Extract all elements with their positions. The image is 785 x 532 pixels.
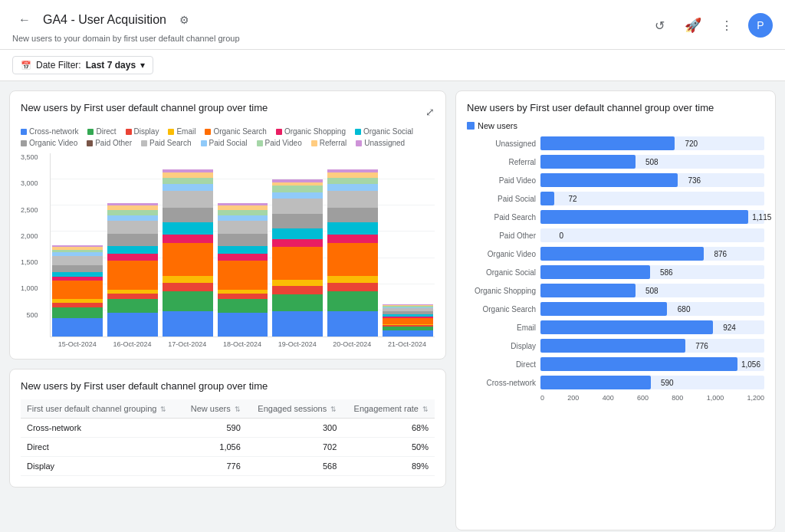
bar-group[interactable]: [163, 169, 213, 337]
bar-segment: [327, 208, 378, 223]
bar-segment: [107, 221, 158, 234]
h-bar-fill: 1,115: [540, 210, 748, 224]
date-filter-button[interactable]: 📅 Date Filter: Last 7 days ▾: [12, 56, 153, 74]
refresh-button[interactable]: ↺: [647, 13, 672, 38]
bar-segment: [272, 214, 323, 228]
legend-color: [21, 140, 27, 146]
bar-segment: [218, 254, 268, 261]
bar-group[interactable]: [107, 203, 158, 337]
legend-item: Organic Search: [205, 127, 266, 136]
bar-segment: [327, 291, 378, 311]
h-bar-legend: New users: [467, 121, 764, 130]
legend-color: [205, 129, 211, 135]
h-bar-label: Cross-network: [467, 379, 536, 387]
sort-icon: ⇅: [330, 406, 337, 413]
table-cell-channel: Cross-network: [21, 419, 181, 438]
avatar[interactable]: P: [748, 13, 773, 38]
bar-segment: [272, 286, 323, 294]
legend-label: Display: [134, 127, 159, 136]
legend-item: Paid Video: [257, 139, 302, 147]
bar-segment: [52, 281, 103, 299]
bar-segment: [327, 283, 378, 291]
bar-segment: [383, 330, 433, 337]
bar-segment: [218, 221, 268, 234]
h-bar-label: Direct: [467, 360, 536, 369]
col-new-users[interactable]: New users ⇅: [181, 399, 246, 419]
col-engagement-rate[interactable]: Engagement rate ⇅: [343, 399, 435, 419]
legend-color: [87, 129, 94, 135]
bar-segment: [163, 191, 213, 208]
h-bar-track: 924: [540, 320, 764, 334]
h-bar-fill: 720: [540, 136, 675, 150]
legend-item: Direct: [87, 127, 116, 136]
h-bar-value: 776: [695, 342, 708, 350]
bar-group[interactable]: [218, 203, 268, 337]
new-users-legend-square: [467, 122, 475, 130]
legend-color: [355, 129, 361, 135]
legend-color: [87, 140, 93, 146]
sort-icon: ⇅: [422, 406, 429, 413]
rocket-button[interactable]: 🚀: [681, 13, 705, 38]
bar-segment: [163, 208, 213, 223]
more-button[interactable]: ⋮: [714, 13, 739, 38]
legend-item: Organic Video: [21, 139, 77, 147]
h-bar-track: 736: [540, 173, 764, 187]
h-x-axis-label: 800: [672, 394, 683, 402]
y-axis: 3,5003,0002,5002,0001,5001,000500: [21, 153, 41, 337]
bar-segment: [383, 318, 433, 324]
h-bar-fill: 508: [540, 155, 636, 169]
col-channel[interactable]: First user default channel grouping ⇅: [21, 399, 181, 419]
settings-icon[interactable]: ⚙: [172, 8, 197, 32]
legend-label: Organic Shopping: [284, 127, 346, 136]
x-axis-label: 15-Oct-2024: [58, 340, 97, 348]
h-bar-label: Organic Search: [467, 305, 536, 314]
h-bar-label: Paid Search: [467, 213, 536, 222]
expand-icon[interactable]: ⤢: [425, 106, 435, 118]
bar-segment: [163, 291, 213, 311]
date-filter-value: Last 7 days: [86, 60, 136, 71]
bar-group[interactable]: [383, 304, 433, 337]
h-bar-track: 590: [540, 376, 764, 389]
h-bar-fill: 776: [540, 339, 685, 353]
legend-label: Organic Social: [363, 127, 413, 136]
back-button[interactable]: ←: [12, 8, 37, 32]
h-bar-row: Paid Other0: [467, 228, 764, 242]
table-body: Cross-network59030068%Direct1,05670250%D…: [21, 419, 435, 476]
h-bar-fill: 736: [540, 173, 678, 187]
legend-label: Email: [176, 127, 195, 136]
legend-label: Organic Search: [213, 127, 266, 136]
bar-group[interactable]: [327, 169, 378, 337]
bar-segment: [327, 222, 378, 234]
h-bar-value: 72: [568, 195, 576, 203]
bar-segment: [272, 186, 323, 192]
h-bar-fill: 924: [540, 320, 713, 334]
y-axis-label: 3,500: [21, 153, 38, 161]
h-bar-row: Referral508: [467, 155, 764, 169]
h-bar-label: Paid Social: [467, 195, 536, 203]
bar-segment: [327, 243, 378, 277]
y-axis-label: 3,000: [21, 179, 38, 187]
bar-segment: [327, 184, 378, 191]
h-bar-chart-area: Unassigned720Referral508Paid Video736Pai…: [467, 136, 764, 389]
bar-group[interactable]: [52, 245, 103, 337]
bar-segment: [163, 235, 213, 243]
bar-segment: [107, 210, 158, 215]
h-x-axis-label: 200: [567, 394, 579, 402]
h-bar-row: Email924: [467, 320, 764, 334]
legend-label: Unassigned: [364, 139, 405, 147]
table-row[interactable]: Display77656889%: [21, 457, 435, 476]
table-row[interactable]: Cross-network59030068%: [21, 419, 435, 438]
data-table: First user default channel grouping ⇅ Ne…: [21, 399, 435, 476]
h-bar-value: 876: [714, 250, 727, 258]
bar-segment: [163, 184, 213, 191]
table-row[interactable]: Direct1,05670250%: [21, 438, 435, 457]
h-bar-label: Unassigned: [467, 140, 536, 148]
bar-segment: [163, 178, 213, 185]
col-engaged-sessions[interactable]: Engaged sessions ⇅: [247, 399, 343, 419]
horizontal-bar-panel: New users by First user default channel …: [455, 90, 776, 530]
bar-group[interactable]: [272, 179, 323, 337]
x-axis-label: 21-Oct-2024: [388, 340, 426, 348]
h-bar-row: Direct1,056: [467, 357, 764, 371]
h-bar-track: 876: [540, 247, 764, 261]
table-cell-engagement_rate: 50%: [343, 438, 435, 457]
